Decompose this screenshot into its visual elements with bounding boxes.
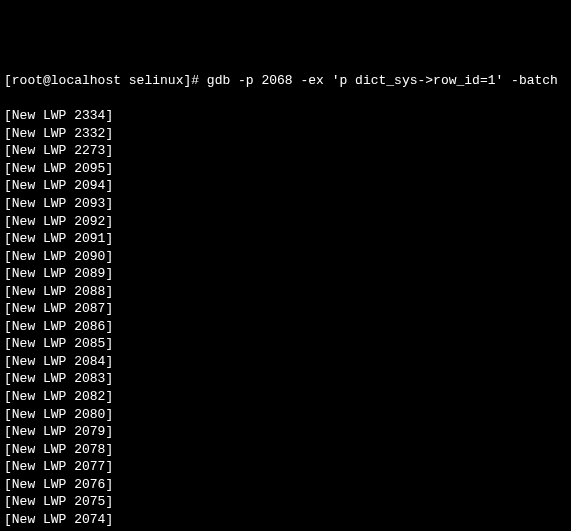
lwp-output-line: [New LWP 2078] — [4, 441, 567, 459]
lwp-output-line: [New LWP 2077] — [4, 458, 567, 476]
lwp-output-line: [New LWP 2090] — [4, 248, 567, 266]
lwp-output-line: [New LWP 2076] — [4, 476, 567, 494]
lwp-output-block: [New LWP 2334][New LWP 2332][New LWP 227… — [4, 107, 567, 531]
lwp-output-line: [New LWP 2083] — [4, 370, 567, 388]
lwp-output-line: [New LWP 2086] — [4, 318, 567, 336]
lwp-output-line: [New LWP 2273] — [4, 142, 567, 160]
lwp-output-line: [New LWP 2087] — [4, 300, 567, 318]
lwp-output-line: [New LWP 2082] — [4, 388, 567, 406]
lwp-output-line: [New LWP 2093] — [4, 195, 567, 213]
lwp-output-line: [New LWP 2089] — [4, 265, 567, 283]
lwp-output-line: [New LWP 2091] — [4, 230, 567, 248]
lwp-output-line: [New LWP 2088] — [4, 283, 567, 301]
lwp-output-line: [New LWP 2075] — [4, 493, 567, 511]
lwp-output-line: [New LWP 2079] — [4, 423, 567, 441]
prompt-user-host: [root@localhost selinux]# — [4, 73, 199, 88]
lwp-output-line: [New LWP 2092] — [4, 213, 567, 231]
command-line[interactable]: [root@localhost selinux]# gdb -p 2068 -e… — [4, 72, 567, 90]
lwp-output-line: [New LWP 2084] — [4, 353, 567, 371]
lwp-output-line: [New LWP 2080] — [4, 406, 567, 424]
lwp-output-line: [New LWP 2334] — [4, 107, 567, 125]
lwp-output-line: [New LWP 2332] — [4, 125, 567, 143]
lwp-output-line: [New LWP 2094] — [4, 177, 567, 195]
lwp-output-line: [New LWP 2074] — [4, 511, 567, 529]
command-input[interactable]: gdb -p 2068 -ex 'p dict_sys->row_id=1' -… — [207, 73, 558, 88]
lwp-output-line: [New LWP 2085] — [4, 335, 567, 353]
lwp-output-line: [New LWP 2095] — [4, 160, 567, 178]
